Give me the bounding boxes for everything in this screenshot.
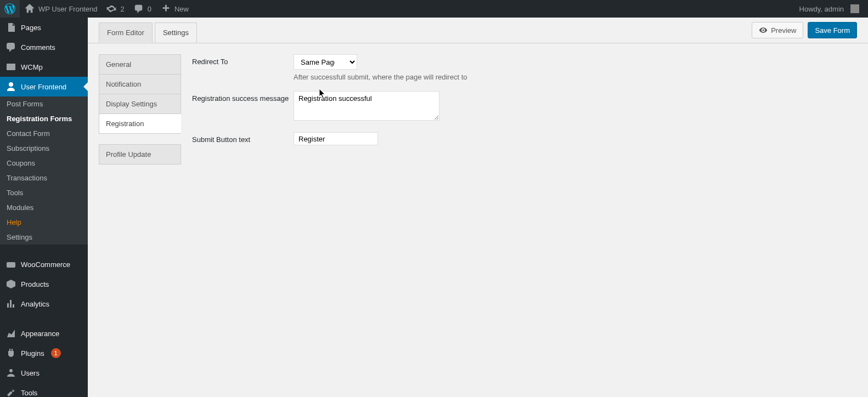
pages-icon xyxy=(5,22,16,33)
redirect-help: After successfull submit, where the page… xyxy=(294,73,857,81)
success-message-label: Registration success message xyxy=(192,91,294,103)
site-name-item[interactable]: WP User Frontend xyxy=(20,0,102,18)
submit-button-text-input[interactable] xyxy=(294,132,378,145)
submenu-post-forms[interactable]: Post Forms xyxy=(0,97,88,111)
form-row-redirect: Redirect To Same Page After successfull … xyxy=(192,54,857,81)
form-row-success-message: Registration success message xyxy=(192,91,857,122)
home-icon xyxy=(24,3,35,14)
submenu-transactions[interactable]: Transactions xyxy=(0,171,88,175)
settings-nav-notification[interactable]: Notification xyxy=(99,74,181,94)
submenu-user-frontend: Post Forms Registration Forms Contact Fo… xyxy=(0,97,88,175)
tab-actions: Preview Save Form xyxy=(752,18,857,43)
menu-label: Comments xyxy=(21,43,55,52)
svg-rect-0 xyxy=(7,64,15,70)
wordpress-icon xyxy=(4,3,15,14)
preview-label: Preview xyxy=(771,26,796,35)
settings-nav-registration[interactable]: Registration xyxy=(99,114,181,134)
settings-nav-profile-update[interactable]: Profile Update xyxy=(99,144,181,165)
tab-form-editor[interactable]: Form Editor xyxy=(99,22,153,42)
menu-label: Pages xyxy=(21,24,41,32)
submenu-contact-form[interactable]: Contact Form xyxy=(0,126,88,141)
menu-comments[interactable]: Comments xyxy=(0,37,88,57)
menu-label: WCMp xyxy=(21,63,43,71)
admin-bar-left: WP User Frontend 2 0 New xyxy=(0,0,193,18)
admin-bar-right: Howdy, admin xyxy=(795,0,864,18)
menu-pages[interactable]: Pages xyxy=(0,18,88,37)
new-item[interactable]: New xyxy=(156,0,193,18)
settings-nav-spacer xyxy=(99,133,181,144)
tab-settings[interactable]: Settings xyxy=(155,22,197,43)
admin-sidebar: Pages Comments WCMp User Frontend Post F… xyxy=(0,18,88,175)
redirect-select[interactable]: Same Page xyxy=(294,54,357,70)
plus-icon xyxy=(160,3,171,14)
success-message-textarea[interactable] xyxy=(294,91,439,121)
menu-wcmp[interactable]: WCMp xyxy=(0,57,88,77)
admin-bar: WP User Frontend 2 0 New Howdy, admin xyxy=(0,0,868,18)
user-frontend-icon xyxy=(5,81,16,92)
menu-user-frontend[interactable]: User Frontend xyxy=(0,77,88,97)
comments-count-label: 0 xyxy=(148,5,151,13)
settings-nav: General Notification Display Settings Re… xyxy=(99,54,181,164)
settings-nav-display-settings[interactable]: Display Settings xyxy=(99,94,181,114)
settings-panel: General Notification Display Settings Re… xyxy=(88,43,868,175)
tab-bar: Form Editor Settings Preview Save Form xyxy=(88,18,868,43)
save-form-button[interactable]: Save Form xyxy=(808,22,857,38)
submit-button-text-label: Submit Button text xyxy=(192,132,294,144)
content-area: Form Editor Settings Preview Save Form G… xyxy=(88,18,868,175)
menu-label: User Frontend xyxy=(21,83,66,91)
settings-body: Redirect To Same Page After successfull … xyxy=(192,54,857,164)
updates-icon xyxy=(106,3,117,14)
site-name-label: WP User Frontend xyxy=(38,5,97,13)
wcmp-icon xyxy=(5,61,16,72)
account-item[interactable]: Howdy, admin xyxy=(795,0,864,18)
wp-logo-item[interactable] xyxy=(0,0,20,18)
comments-icon xyxy=(5,42,16,53)
redirect-label: Redirect To xyxy=(192,54,294,66)
form-row-submit-button-text: Submit Button text xyxy=(192,132,857,145)
preview-button[interactable]: Preview xyxy=(752,22,803,38)
avatar xyxy=(850,4,859,13)
submenu-coupons[interactable]: Coupons xyxy=(0,156,88,171)
comments-icon xyxy=(133,3,144,14)
comments-item[interactable]: 0 xyxy=(129,0,156,18)
eye-icon xyxy=(759,26,768,35)
new-label: New xyxy=(174,5,189,13)
updates-count-label: 2 xyxy=(120,5,124,13)
greeting-label: Howdy, admin xyxy=(799,5,844,13)
submenu-subscriptions[interactable]: Subscriptions xyxy=(0,141,88,156)
updates-item[interactable]: 2 xyxy=(102,0,128,18)
submenu-registration-forms[interactable]: Registration Forms xyxy=(0,111,88,126)
settings-nav-general[interactable]: General xyxy=(99,54,181,75)
